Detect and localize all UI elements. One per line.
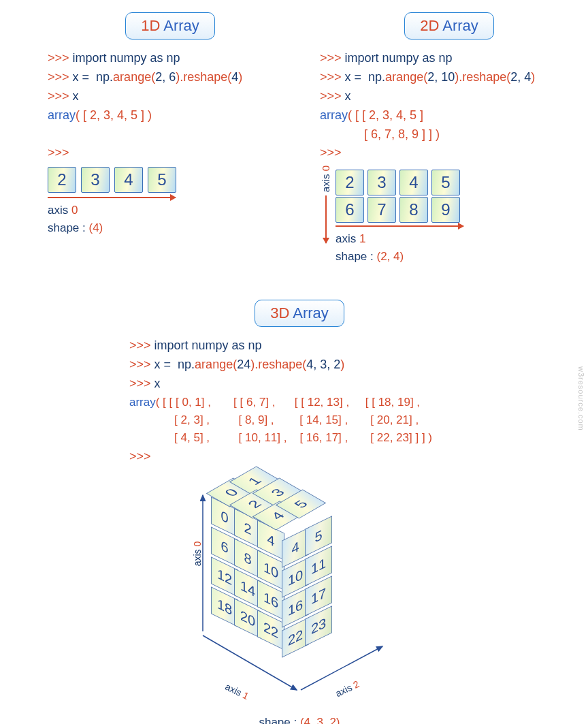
heading-2d-suffix: Array [442,17,478,34]
array-3d-output: array( [ [ [ 0, 1] , [ [ 6, 7] , [ [ 12,… [129,394,517,447]
cell: 9 [431,197,460,223]
cell: 8 [399,197,428,223]
shape-1d: shape : (4) [48,221,293,235]
svg-line-2 [301,646,382,690]
heading-3d-prefix: 3D [270,304,289,321]
heading-2d-prefix: 2D [420,17,439,34]
heading-1d-suffix: Array [163,17,199,34]
shape-2d: shape : (2, 4) [336,250,463,264]
axis-1-label: axis 1 [336,232,463,246]
section-1d: 1D Array >>> import numpy as np >>> x = … [48,12,293,235]
svg-line-1 [203,635,297,690]
section-2d: 2D Array >>> import numpy as np >>> x = … [320,12,578,264]
axis-arrows-icon [177,467,422,712]
cell: 7 [368,197,396,223]
code-1d: >>> import numpy as np >>> x = np.arange… [48,49,293,163]
cell: 5 [148,167,176,193]
cell: 3 [368,170,396,195]
cell: 6 [336,197,364,223]
cell: 3 [81,167,110,193]
code-3d: >>> import numpy as np >>> x = np.arange… [129,336,517,394]
cell: 4 [399,170,428,195]
watermark: w3resource.com [577,366,585,431]
cell: 5 [431,170,460,195]
axis-0-arrow [325,195,327,243]
heading-1d: 1D Array [125,12,215,40]
axis-1-arrow [336,225,463,227]
shape-3d: shape : (4, 3, 2) [82,716,517,724]
heading-3d-suffix: Array [293,304,329,321]
axis-0-label: axis 0 [48,204,293,217]
prompt: >>> [129,450,151,463]
grid-2d-wrap: axis 0 2 3 4 5 6 7 8 9 axis 1 shape : (2… [320,166,578,264]
cell: 4 [114,167,143,193]
heading-3d: 3D Array [255,300,344,327]
cells-2d: 2 3 4 5 6 7 8 9 [336,170,463,221]
cube-3d: 024681012141618202245101116172223012345 … [177,467,422,712]
heading-1d-prefix: 1D [141,17,160,34]
heading-2d: 2D Array [404,12,494,40]
cell: 2 [336,170,364,195]
cell: 2 [48,167,76,193]
diagram-page: { "sections": { "d1": { "title_prefix": … [0,0,588,724]
cells-1d: 2 3 4 5 [48,167,293,193]
axis-0-label: axis 0 [320,166,331,192]
axis-0-arrow [48,197,176,198]
code-2d: >>> import numpy as np >>> x = np.arange… [320,49,578,163]
section-3d: 3D Array >>> import numpy as np >>> x = … [82,300,517,724]
